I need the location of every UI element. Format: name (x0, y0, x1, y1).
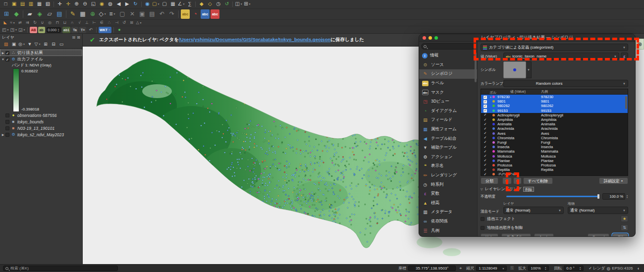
save-project-as-icon[interactable]: ▥ (27, 0, 35, 8)
add-category-button[interactable]: ✚ (502, 177, 512, 184)
color-ramp-dropdown[interactable]: Random colors ▼ (503, 80, 628, 87)
slider-handle[interactable] (597, 194, 599, 199)
category-checkbox[interactable]: ✓ (481, 122, 489, 126)
layer-visibility-checkbox[interactable] (5, 133, 9, 137)
category-checkbox[interactable]: ✓ (481, 150, 489, 154)
add-ring-icon[interactable]: ◎ (47, 20, 53, 25)
cut-features-icon[interactable]: ✕ (128, 9, 137, 18)
category-checkbox[interactable]: ✓ (481, 104, 489, 108)
save-project-icon[interactable]: ▤ (19, 0, 26, 8)
category-row-17[interactable]: ✓その他の値 (481, 172, 628, 176)
new-virtual-layer-icon[interactable]: ▱ (45, 9, 54, 18)
category-row-13[interactable]: ✓MolluscaMollusca (481, 154, 628, 158)
dialog-tab-9[interactable]: ◀テーブル結合 (419, 134, 477, 143)
zoom-to-selection-icon[interactable]: ◉ (98, 0, 106, 8)
draw-effects-checkbox[interactable] (481, 217, 484, 221)
layer-visibility-checkbox[interactable] (5, 113, 9, 117)
advanced-button[interactable]: 詳細設定 ▼ (599, 177, 628, 184)
category-row-4[interactable]: ✓ActinopterygiiActinopterygii (481, 113, 628, 117)
category-row-15[interactable]: ✓ProtozoaProtozoa (481, 163, 628, 167)
layer-item-5[interactable]: ▶⚙tokyo_s2_ndvi_May2023 (0, 131, 82, 138)
open-project-icon[interactable]: ▣ (10, 0, 18, 8)
opacity-value[interactable]: 100.0 % (602, 193, 625, 200)
magnifier-input[interactable]: 100%▲▼ (528, 266, 549, 271)
dialog-tab-17[interactable]: ▥メタデータ (419, 208, 477, 217)
zoom-full-icon[interactable]: ◱ (90, 0, 97, 8)
dialog-tab-2[interactable]: ✎シンボロジ (419, 69, 477, 79)
map-overview-icon[interactable]: ◫▼ (235, 0, 242, 8)
dialog-tab-1[interactable]: ⚙ソース (419, 60, 477, 70)
dock-panel-icon[interactable]: ⊞ (72, 35, 76, 40)
offset-curve-icon[interactable]: ∩ (69, 20, 75, 25)
category-checkbox[interactable]: ✓ (481, 113, 489, 117)
dialog-tab-19[interactable]: ☰凡例 (419, 226, 477, 235)
dialog-tab-0[interactable]: i情報 (419, 51, 477, 60)
modify-attributes-icon[interactable]: ≡▼ (108, 9, 117, 18)
merge-features-icon[interactable]: ∈ (99, 20, 105, 25)
expand-arrow-icon[interactable]: ▶ (1, 51, 5, 54)
layer-rendering-section[interactable]: ▽ レイヤレンダリング 削除 (481, 186, 628, 192)
zoom-last-icon[interactable]: ◀ (115, 0, 122, 8)
categories-table-header[interactable]: シンボル ▼ 値 (Value) 凡例 (481, 89, 628, 95)
dialog-titlebar[interactable]: レイヤプロパティ - 切り抜き結果 — シンボロジ (419, 34, 635, 42)
layer-item-4[interactable]: ■N03-19_13_190101 (0, 125, 82, 131)
spinner-arrows-icon[interactable]: ▲▼ (544, 267, 546, 271)
feature-order-checkbox[interactable] (481, 226, 484, 230)
saved-file-link[interactable]: /Users/yshimizu/Documents/GIS/Sorabatake… (179, 37, 330, 42)
copy-move-feature-icon[interactable]: ⇉ (24, 20, 31, 25)
filter-by-expression-icon[interactable]: ▽▼ (34, 41, 41, 48)
style-button[interactable]: スタイル ▼ (501, 233, 531, 237)
map-theme-tool-icon[interactable]: ◲▼ (18, 27, 25, 33)
label-rotation-spinbox[interactable]: 0.000▲▼ (47, 27, 61, 33)
category-row-10[interactable]: ✓FungiFungi (481, 140, 628, 145)
dialog-tab-8[interactable]: ▦属性フォーム (419, 125, 477, 134)
select-features-icon[interactable]: ▢▼ (152, 0, 160, 8)
layer-visibility-checkbox[interactable] (5, 126, 9, 130)
dialog-tab-15[interactable]: ε変数 (419, 189, 477, 199)
fill-ring-icon[interactable]: ⊔ (61, 20, 68, 25)
category-checkbox[interactable]: ✓ (481, 131, 489, 135)
open-layer-styling-icon[interactable]: ▧ (2, 41, 9, 48)
pin-unpin-labels-icon[interactable]: ab (38, 27, 45, 33)
new-geopackage-layer-icon[interactable]: ◈ (35, 9, 44, 18)
category-checkbox[interactable]: ✓ (481, 145, 489, 149)
data-source-manager-icon[interactable]: ⊞ (2, 9, 11, 18)
pan-to-selection-icon[interactable]: ✛ (64, 0, 72, 8)
deselect-features-icon[interactable]: ▢ (161, 0, 168, 8)
category-row-14[interactable]: ✓PlantaePlantae (481, 159, 628, 163)
dialog-tab-18[interactable]: ∞依存関係 (419, 217, 477, 226)
category-checkbox[interactable]: ✓ (481, 118, 489, 122)
zoom-out-icon[interactable]: ⊖ (81, 0, 89, 8)
order-options-button[interactable]: ⇅ (621, 224, 628, 231)
rotate-feature-icon[interactable]: ↻ (32, 20, 38, 25)
dialog-tab-5[interactable]: ◳3Dビュー (419, 97, 477, 107)
layer-visibility-checkbox[interactable] (5, 120, 9, 124)
feature-blend-mode-dropdown[interactable]: 通常 (Normal)▼ (568, 207, 628, 214)
crs-indicator[interactable]: EPSG:4326 (612, 266, 633, 271)
layer-blend-mode-dropdown[interactable]: 通常 (Normal)▼ (503, 207, 564, 214)
spinner-arrows-icon[interactable]: ▲▼ (626, 195, 628, 199)
category-row-0[interactable]: ✓978230978230 (481, 95, 628, 99)
category-checkbox[interactable]: ✓ (481, 109, 489, 112)
layer-diagram-icon[interactable]: ◔ (191, 9, 200, 18)
dialog-tab-3[interactable]: abcラベル (419, 79, 477, 88)
dialog-tab-11[interactable]: ⚙アクション (419, 153, 477, 162)
measure-icon[interactable]: ∠▼ (177, 0, 185, 8)
temporal-controller-icon[interactable]: ◷ (215, 0, 222, 8)
decorations-icon[interactable]: abc (211, 9, 219, 18)
expand-all-icon[interactable]: ⊞ (42, 41, 49, 48)
zoom-to-layer-icon[interactable]: ◍ (107, 0, 114, 8)
lock-scale-icon[interactable]: ⚿ (510, 266, 514, 271)
category-checkbox[interactable]: ✓ (481, 163, 489, 167)
redo-icon[interactable]: ↷ (167, 9, 176, 18)
new-map-view-icon[interactable]: ⊞▼ (244, 0, 251, 8)
symbol-preview[interactable] (503, 61, 526, 78)
split-parts-icon[interactable]: ⊢ (91, 20, 98, 25)
layer-labeling-icon[interactable]: abc (181, 9, 190, 18)
add-feature-icon[interactable]: ⊕ (88, 9, 97, 18)
category-checkbox[interactable]: ✓ (481, 127, 489, 131)
expression-builder-button[interactable]: ε (621, 53, 628, 60)
category-row-9[interactable]: ✓ChromistaChromista (481, 136, 628, 140)
task-ok-icon[interactable]: ● (116, 27, 123, 33)
expand-arrow-icon[interactable]: ▼ (1, 58, 5, 61)
